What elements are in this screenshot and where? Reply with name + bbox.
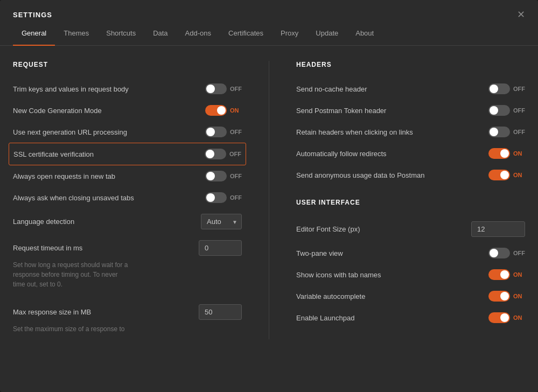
no-cache-toggle[interactable]	[488, 83, 510, 94]
title-bar: SETTINGS ✕	[0, 0, 538, 19]
headers-section-title: HEADERS	[296, 61, 525, 68]
new-tab-toggle-container: OFF	[205, 171, 242, 181]
max-response-input[interactable]	[199, 304, 242, 320]
request-section-title: REQUEST	[13, 61, 242, 68]
follow-redirects-toggle[interactable]	[488, 148, 510, 159]
next-gen-url-toggle[interactable]	[205, 127, 227, 137]
tab-proxy[interactable]: Proxy	[272, 22, 307, 46]
ui-section-title: USER INTERFACE	[296, 199, 525, 206]
postman-token-toggle[interactable]	[488, 105, 510, 116]
column-divider	[269, 61, 269, 339]
no-cache-toggle-label: OFF	[513, 86, 525, 92]
setting-anonymous-usage: Send anonymous usage data to Postman ON	[296, 164, 525, 186]
setting-follow-redirects: Automatically follow redirects ON	[296, 143, 525, 164]
ssl-label: SSL certificate verification	[13, 150, 205, 158]
show-icons-toggle-container: ON	[488, 269, 525, 280]
tab-about[interactable]: About	[347, 22, 382, 46]
new-tab-toggle-label: OFF	[230, 173, 242, 179]
ask-close-label: Always ask when closing unsaved tabs	[13, 194, 205, 202]
setting-code-gen: New Code Generation Mode ON	[13, 100, 242, 121]
ssl-toggle-container: OFF	[205, 149, 241, 159]
show-icons-toggle[interactable]	[488, 269, 510, 280]
tab-data[interactable]: Data	[144, 22, 176, 46]
postman-token-toggle-label: OFF	[513, 107, 525, 114]
anonymous-usage-label: Send anonymous usage data to Postman	[296, 171, 488, 179]
anonymous-usage-toggle-label: ON	[513, 172, 525, 178]
close-button[interactable]: ✕	[517, 10, 525, 19]
setting-ask-close: Always ask when closing unsaved tabs OFF	[13, 187, 242, 208]
setting-retain-headers: Retain headers when clicking on links OF…	[296, 121, 525, 143]
no-cache-label: Send no-cache header	[296, 85, 488, 93]
timeout-input[interactable]	[199, 240, 242, 256]
new-tab-toggle[interactable]	[205, 171, 227, 181]
setting-timeout: Request timeout in ms Set how long a req…	[13, 235, 242, 295]
follow-redirects-label: Automatically follow redirects	[296, 150, 488, 158]
follow-redirects-toggle-container: ON	[488, 148, 525, 159]
show-icons-toggle-label: ON	[513, 271, 525, 278]
window-title: SETTINGS	[13, 11, 52, 19]
two-pane-toggle[interactable]	[488, 248, 510, 258]
autocomplete-toggle-container: ON	[488, 291, 525, 302]
setting-new-tab: Always open requests in new tab OFF	[13, 165, 242, 187]
code-gen-toggle-container: ON	[205, 105, 242, 116]
tab-general[interactable]: General	[13, 22, 55, 46]
launchpad-label: Enable Launchpad	[296, 314, 488, 322]
two-pane-toggle-label: OFF	[513, 250, 525, 256]
setting-max-response: Max response size in MB Set the maximum …	[13, 299, 242, 339]
next-gen-url-label: Use next generation URL processing	[13, 128, 205, 136]
follow-redirects-toggle-label: ON	[513, 150, 525, 157]
anonymous-usage-toggle-container: ON	[488, 170, 525, 180]
code-gen-toggle-label: ON	[230, 107, 242, 114]
font-size-input[interactable]	[471, 221, 525, 237]
tab-shortcuts[interactable]: Shortcuts	[97, 22, 144, 46]
setting-no-cache: Send no-cache header OFF	[296, 78, 525, 100]
setting-next-gen-url: Use next generation URL processing OFF	[13, 121, 242, 143]
ssl-toggle[interactable]	[205, 149, 226, 159]
launchpad-toggle[interactable]	[488, 312, 510, 323]
right-column: HEADERS Send no-cache header OFF Send Po…	[296, 61, 525, 339]
trim-keys-toggle-container: OFF	[205, 83, 242, 94]
max-response-label: Max response size in MB	[13, 308, 199, 316]
max-response-hint: Set the maximum size of a response to	[13, 324, 124, 334]
tab-certificates[interactable]: Certificates	[220, 22, 272, 46]
timeout-hint: Set how long a request should wait for a…	[13, 260, 128, 289]
postman-token-toggle-container: OFF	[488, 105, 525, 116]
trim-keys-toggle[interactable]	[205, 83, 227, 94]
two-pane-label: Two-pane view	[296, 249, 488, 257]
trim-keys-toggle-label: OFF	[230, 86, 242, 92]
no-cache-toggle-container: OFF	[488, 83, 525, 94]
timeout-label: Request timeout in ms	[13, 244, 199, 252]
tab-update[interactable]: Update	[307, 22, 347, 46]
left-column: REQUEST Trim keys and values in request …	[13, 61, 242, 339]
two-pane-toggle-container: OFF	[488, 248, 525, 258]
ask-close-toggle-label: OFF	[230, 194, 242, 201]
show-icons-label: Show icons with tab names	[296, 271, 488, 279]
retain-headers-toggle[interactable]	[488, 127, 510, 137]
retain-headers-toggle-label: OFF	[513, 129, 525, 135]
setting-show-icons: Show icons with tab names ON	[296, 264, 525, 285]
autocomplete-toggle[interactable]	[488, 291, 510, 302]
autocomplete-toggle-label: ON	[513, 293, 525, 299]
settings-window: SETTINGS ✕ General Themes Shortcuts Data…	[0, 0, 538, 392]
ask-close-toggle[interactable]	[205, 192, 227, 203]
ask-close-toggle-container: OFF	[205, 192, 242, 203]
setting-postman-token: Send Postman Token header OFF	[296, 100, 525, 121]
trim-keys-label: Trim keys and values in request body	[13, 85, 205, 93]
next-gen-url-toggle-label: OFF	[230, 129, 242, 135]
setting-trim-keys: Trim keys and values in request body OFF	[13, 78, 242, 100]
code-gen-label: New Code Generation Mode	[13, 107, 205, 115]
code-gen-toggle[interactable]	[205, 105, 227, 116]
postman-token-label: Send Postman Token header	[296, 107, 488, 115]
tab-themes[interactable]: Themes	[55, 22, 97, 46]
language-dropdown[interactable]: Auto HTML JSON XML	[201, 214, 242, 229]
ssl-toggle-label: OFF	[229, 151, 241, 157]
anonymous-usage-toggle[interactable]	[488, 170, 510, 180]
font-size-label: Editor Font Size (px)	[296, 225, 471, 233]
setting-launchpad: Enable Launchpad ON	[296, 307, 525, 328]
new-tab-label: Always open requests in new tab	[13, 172, 205, 180]
tab-bar: General Themes Shortcuts Data Add-ons Ce…	[0, 22, 538, 46]
language-dropdown-wrapper: Auto HTML JSON XML	[201, 214, 242, 229]
autocomplete-label: Variable autocomplete	[296, 292, 488, 300]
tab-addons[interactable]: Add-ons	[177, 22, 220, 46]
retain-headers-label: Retain headers when clicking on links	[296, 128, 488, 136]
